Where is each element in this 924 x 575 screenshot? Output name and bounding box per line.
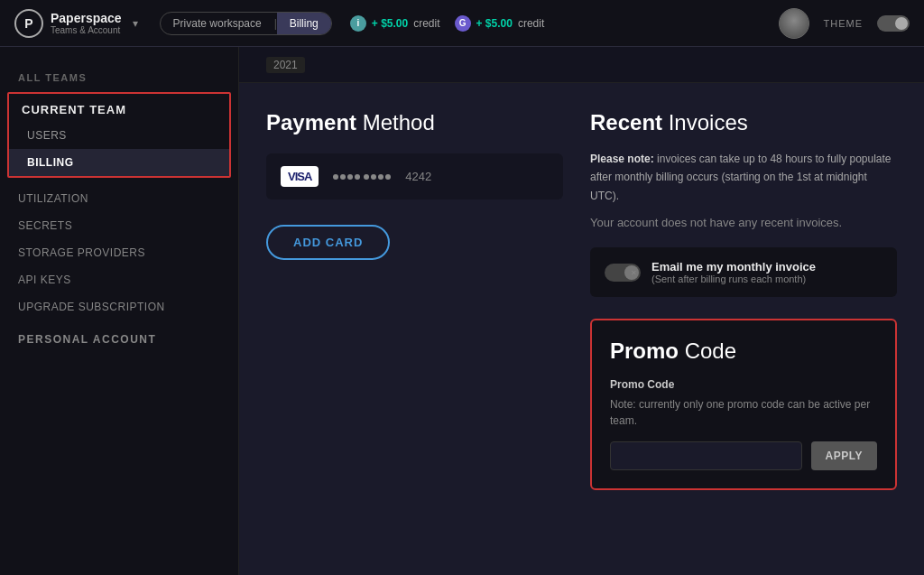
promo-note: Note: currently only one promo code can …: [610, 396, 877, 429]
credit1-amount: + $5.00: [372, 17, 408, 30]
email-invoice-sub: (Sent after billing runs each month): [651, 274, 816, 284]
credits-area: i + $5.00 credit G + $5.00 credit: [350, 15, 544, 32]
email-invoice-text: Email me my monthly invoice (Sent after …: [651, 260, 816, 284]
growth-credit-icon: G: [455, 15, 471, 32]
chevron-down-icon[interactable]: ▾: [133, 17, 138, 30]
invoice-notice: Please note: invoices can take up to 48 …: [590, 150, 897, 205]
logo-area: P Paperspace Teams & Account ▾: [14, 9, 138, 38]
content-inner: Payment Method VISA: [239, 83, 924, 517]
promo-code-box: Promo Code Promo Code Note: currently on…: [590, 319, 897, 490]
dot: [333, 174, 338, 180]
logo-text: Paperspace Teams & Account: [51, 11, 122, 35]
email-invoice-box: Email me my monthly invoice (Sent after …: [590, 247, 897, 297]
promo-field-label: Promo Code: [610, 378, 877, 391]
logo-icon: P: [14, 9, 43, 38]
sidebar: ALL TEAMS CURRENT TEAM USERS BILLING UTI…: [0, 47, 239, 575]
visa-badge: VISA: [281, 166, 319, 187]
main-content: 2021 Payment Method VISA: [239, 47, 924, 575]
current-team-group: CURRENT TEAM USERS BILLING: [7, 92, 231, 178]
dot: [364, 174, 369, 180]
dot: [355, 174, 360, 180]
top-bar: 2021: [239, 47, 924, 83]
dot: [340, 174, 346, 180]
current-team-label: CURRENT TEAM: [9, 94, 229, 122]
dot: [385, 174, 391, 180]
no-invoices-text: Your account does not have any recent in…: [590, 216, 897, 229]
main-layout: ALL TEAMS CURRENT TEAM USERS BILLING UTI…: [0, 47, 924, 575]
sidebar-item-utilization[interactable]: UTILIZATION: [0, 185, 238, 212]
credit-item-growth: G + $5.00 credit: [455, 15, 545, 32]
theme-label: THEME: [824, 18, 864, 29]
email-invoice-main: Email me my monthly invoice: [651, 260, 816, 274]
billing-button[interactable]: Billing: [277, 13, 331, 34]
apply-button[interactable]: APPLY: [811, 441, 877, 470]
credit-item-gradient: i + $5.00 credit: [350, 15, 440, 32]
logo-name: Paperspace: [51, 11, 122, 25]
dot: [347, 174, 353, 180]
sidebar-item-upgrade[interactable]: UPGRADE SUBSCRIPTION: [0, 293, 238, 320]
avatar[interactable]: [779, 8, 809, 39]
sidebar-item-billing[interactable]: BILLING: [9, 149, 229, 176]
promo-input-row: APPLY: [610, 441, 877, 470]
all-teams-label: ALL TEAMS: [0, 65, 238, 88]
dot-group-1: [333, 174, 360, 180]
workspace-button[interactable]: Private workspace: [161, 13, 274, 34]
dot-group-2: [364, 174, 391, 180]
header-right: THEME: [779, 8, 910, 39]
gradient-credit-icon: i: [350, 15, 366, 32]
email-invoice-toggle[interactable]: [605, 264, 641, 282]
toggle-knob: [624, 265, 639, 280]
right-column: Recent Invoices Please note: invoices ca…: [590, 110, 897, 490]
sidebar-item-secrets[interactable]: SECRETS: [0, 212, 238, 239]
add-card-button[interactable]: ADD CARD: [266, 225, 390, 260]
workspace-billing-toggle: Private workspace | Billing: [160, 12, 332, 35]
promo-title: Promo Code: [610, 339, 877, 364]
dot: [371, 174, 376, 180]
payment-section: Payment Method VISA: [266, 110, 563, 490]
sidebar-item-storage-providers[interactable]: STORAGE PROVIDERS: [0, 239, 238, 266]
year-badge: 2021: [266, 57, 305, 73]
theme-toggle[interactable]: [877, 15, 910, 32]
card-last4: 4242: [405, 170, 431, 183]
sidebar-item-users[interactable]: USERS: [9, 122, 229, 149]
credit2-amount: + $5.00: [476, 17, 513, 30]
logo-sub: Teams & Account: [51, 25, 122, 35]
credit2-label: credit: [518, 17, 544, 30]
card-number-dots: [333, 174, 391, 180]
payment-title: Payment Method: [266, 110, 563, 135]
invoices-title: Recent Invoices: [590, 110, 897, 135]
app-header: P Paperspace Teams & Account ▾ Private w…: [0, 0, 924, 47]
credit1-label: credit: [413, 17, 439, 30]
dot: [378, 174, 383, 180]
card-row: VISA: [266, 153, 563, 199]
personal-account-label: PERSONAL ACCOUNT: [0, 320, 238, 351]
sidebar-item-api-keys[interactable]: API KEYS: [0, 266, 238, 293]
promo-code-input[interactable]: [610, 441, 802, 470]
